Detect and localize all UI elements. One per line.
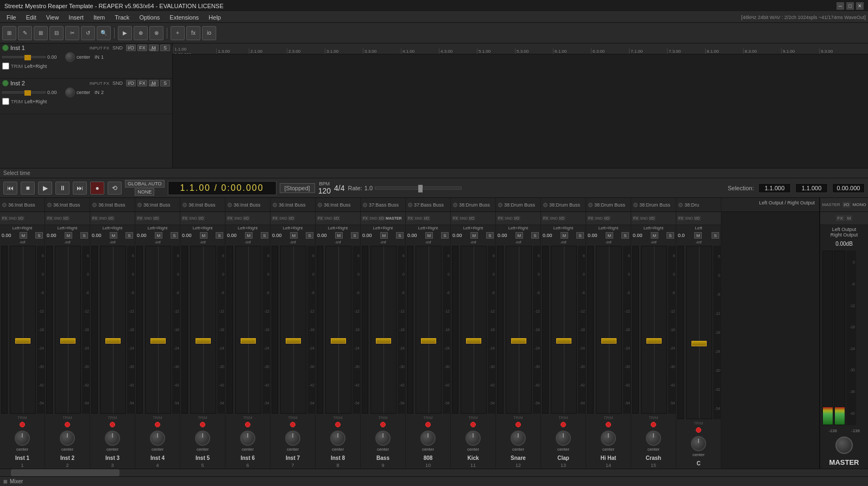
strip-fader-track-14[interactable] [641,246,667,414]
strip-mute-btn-5[interactable]: M [245,232,253,239]
strip-pan-knob-1[interactable] [60,431,75,446]
strip-pan-knob-7[interactable] [330,431,345,446]
master-io-btn[interactable]: I/O [842,202,851,208]
strip-fx-btn-8[interactable]: FX [362,216,369,221]
strip-fx-btn-15[interactable]: FX [677,216,684,221]
strip-mute-btn-11[interactable]: M [515,232,523,239]
strip-mute-btn-14[interactable]: M [651,232,658,239]
strip-solo-btn-12[interactable]: S [576,232,584,239]
menu-file[interactable]: File [2,13,21,22]
strip-fx-btn-3[interactable]: FX [136,216,143,221]
strip-io-btn-14[interactable]: I/O [649,216,656,221]
strip-fader-track-13[interactable] [596,246,622,414]
menu-help[interactable]: Help [204,13,225,22]
strip-fader-track-1[interactable] [55,246,81,414]
strip-fader-track-7[interactable] [325,246,351,414]
strip-solo-btn-6[interactable]: S [306,232,313,239]
strip-fader-track-12[interactable] [551,246,577,414]
strip-fx-btn-11[interactable]: FX [497,216,504,221]
rate-thumb[interactable] [418,185,423,192]
strip-fader-thumb-11[interactable] [511,338,526,344]
strip-pan-knob-8[interactable] [375,431,391,446]
toolbar-btn-2[interactable]: ✎ [18,26,32,40]
strip-fader-thumb-15[interactable] [691,341,707,346]
strip-fader-track-4[interactable] [190,246,216,414]
strip-fx-btn-7[interactable]: FX [317,216,324,221]
pan-knob-1[interactable] [65,52,75,62]
vol-thumb-1[interactable] [24,55,31,60]
strip-io-btn-3[interactable]: I/O [153,216,160,221]
strip-mute-btn-9[interactable]: M [425,232,433,239]
toolbar-btn-new-track[interactable]: + [171,26,185,40]
strip-io-btn-11[interactable]: I/O [513,216,520,221]
strip-fader-track-15[interactable] [686,246,712,419]
strip-fader-thumb-0[interactable] [15,338,30,344]
strip-fader-track-9[interactable] [416,246,442,414]
menu-edit[interactable]: Edit [22,13,41,22]
strip-fx-btn-1[interactable]: FX [46,216,53,221]
strip-pan-knob-6[interactable] [285,431,300,446]
strip-solo-btn-1[interactable]: S [80,232,88,239]
strip-solo-btn-11[interactable]: S [531,232,539,239]
menu-extensions[interactable]: Extensions [165,13,203,22]
strip-mute-btn-8[interactable]: M [380,232,388,239]
strip-fader-thumb-10[interactable] [466,338,481,344]
toolbar-btn-8[interactable]: ▶ [118,26,132,40]
strip-pan-knob-15[interactable] [691,436,706,451]
toolbar-btn-io[interactable]: io [202,26,216,40]
strip-fx-btn-10[interactable]: FX [452,216,459,221]
strip-fx-btn-9[interactable]: FX [407,216,414,221]
strip-mute-btn-2[interactable]: M [110,232,117,239]
master-fx-btn[interactable]: FX [836,215,845,221]
strip-solo-btn-3[interactable]: S [171,232,178,239]
rate-slider[interactable] [375,186,462,190]
strip-io-btn-6[interactable]: I/O [288,216,295,221]
strip-fader-track-6[interactable] [280,246,306,414]
toolbar-btn-9[interactable]: ⊕ [134,26,148,40]
strip-fx-btn-5[interactable]: FX [227,216,234,221]
toolbar-btn-1[interactable]: ⊞ [2,26,16,40]
strip-fx-btn-4[interactable]: FX [181,216,188,221]
strip-pan-knob-4[interactable] [195,431,210,446]
strip-fx-btn-2[interactable]: FX [91,216,98,221]
menu-item[interactable]: Item [89,13,109,22]
strip-fader-track-8[interactable] [370,246,397,414]
strip-io-btn-15[interactable]: I/O [694,216,701,221]
strip-io-btn-7[interactable]: I/O [333,216,340,221]
trim-check-1[interactable] [2,63,9,70]
strip-io-btn-10[interactable]: I/O [468,216,475,221]
vol-thumb-2[interactable] [24,90,31,96]
strip-solo-btn-13[interactable]: S [621,232,629,239]
strip-fader-thumb-6[interactable] [286,338,301,344]
global-auto-button[interactable]: GLOBAL AUTO [125,180,165,188]
menu-options[interactable]: Options [135,13,164,22]
strip-fader-thumb-2[interactable] [105,338,121,344]
strip-fader-thumb-8[interactable] [376,338,391,344]
strip-solo-btn-10[interactable]: S [486,232,494,239]
strip-pan-knob-0[interactable] [15,431,30,446]
menu-track[interactable]: Track [110,13,134,22]
loop-button[interactable]: ⟲ [108,182,122,195]
strip-io-btn-13[interactable]: I/O [603,216,611,221]
toolbar-btn-fx[interactable]: fx [186,26,200,40]
strip-fx-btn-6[interactable]: FX [272,216,279,221]
strip-fader-thumb-12[interactable] [556,338,571,344]
close-button[interactable]: ✕ [856,2,864,10]
bpm-value[interactable]: 120 [318,186,331,195]
minimize-button[interactable]: ─ [836,2,844,10]
pan-knob-2[interactable] [65,88,75,97]
strip-pan-knob-11[interactable] [511,431,526,446]
strip-fader-track-0[interactable] [10,246,36,414]
strip-fader-track-2[interactable] [100,246,126,414]
strip-pan-knob-13[interactable] [601,431,616,446]
strip-mute-btn-10[interactable]: M [470,232,478,239]
strip-fader-thumb-3[interactable] [150,338,166,344]
strip-io-btn-8[interactable]: I/O [378,216,385,221]
strip-mute-btn-13[interactable]: M [606,232,613,239]
strip-mute-btn-15[interactable]: M [694,232,702,239]
time-sig-display[interactable]: 4/4 [334,184,344,192]
strip-mute-btn-0[interactable]: M [20,232,27,239]
strip-mute-btn-3[interactable]: M [155,232,162,239]
strip-fader-track-11[interactable] [506,246,532,414]
strip-fader-track-10[interactable] [461,246,487,414]
